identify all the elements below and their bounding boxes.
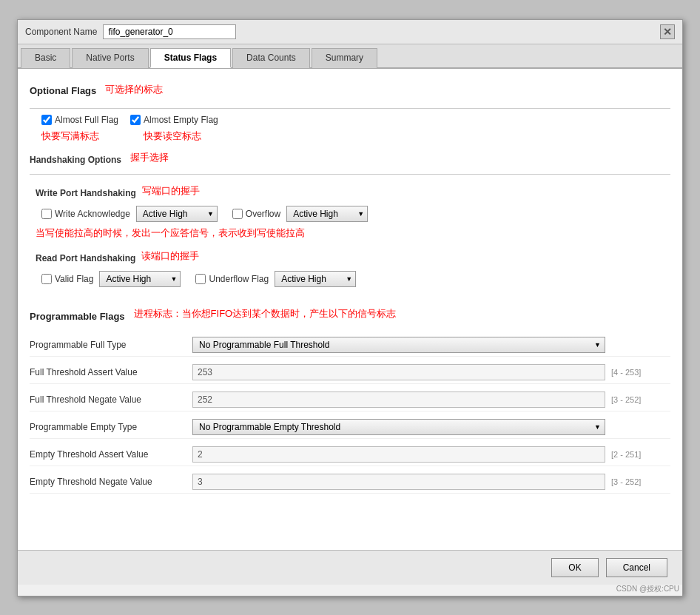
- prog-empty-type-select[interactable]: No Programmable Empty Threshold Single P…: [192, 419, 605, 435]
- write-port-annotation: 写端口的握手: [142, 184, 200, 198]
- programmable-flags-section: Programmable Flags 进程标志：当你想FIFO达到某个数据时，产…: [30, 299, 670, 494]
- empty-threshold-assert-range: [2 - 251]: [611, 450, 670, 459]
- almost-empty-flag-checkbox[interactable]: [130, 115, 141, 125]
- full-threshold-negate-row: Full Threshold Negate Value [3 - 252]: [30, 389, 670, 411]
- title-bar: Component Name ✕: [18, 20, 682, 44]
- dialog-footer: OK Cancel: [18, 550, 682, 585]
- overflow-item: Overflow: [232, 209, 280, 219]
- optional-flags-annotation: 可选择的标志: [105, 83, 163, 96]
- optional-flags-section: Optional Flags 可选择的标志 Almost Full Flag A…: [30, 78, 670, 143]
- full-threshold-negate-input[interactable]: [192, 391, 605, 408]
- valid-flag-item: Valid Flag: [41, 274, 93, 284]
- almost-full-flag-item: Almost Full Flag: [41, 115, 118, 125]
- underflow-polarity-dropdown[interactable]: Active High: [275, 271, 356, 287]
- prog-flags-annotation: 进程标志：当你想FIFO达到某个数据时，产生以下的信号标志: [134, 307, 397, 320]
- prog-empty-type-label: Programmable Empty Type: [30, 422, 192, 432]
- full-threshold-assert-range: [4 - 253]: [611, 368, 670, 377]
- prog-flags-title: Programmable Flags: [30, 311, 125, 322]
- main-dialog: Component Name ✕ Basic Native Ports Stat…: [17, 19, 683, 596]
- full-threshold-negate-range: [3 - 252]: [611, 395, 670, 404]
- full-threshold-assert-label: Full Threshold Assert Value: [30, 367, 192, 377]
- prog-empty-type-dropdown[interactable]: No Programmable Empty Threshold Single P…: [192, 419, 605, 435]
- empty-threshold-assert-input[interactable]: [192, 446, 605, 463]
- tab-summary[interactable]: Summary: [312, 48, 377, 68]
- almost-full-flag-checkbox[interactable]: [41, 115, 52, 125]
- handshaking-title: Handshaking Options: [30, 155, 121, 165]
- underflow-item: Underflow Flag: [195, 274, 269, 284]
- write-ack-label: Write Acknowledge: [55, 209, 130, 219]
- optional-flags-checkboxes: Almost Full Flag Almost Empty Flag: [41, 115, 670, 125]
- write-ack-checkbox[interactable]: [41, 209, 52, 219]
- underflow-checkbox[interactable]: [195, 274, 206, 284]
- cancel-button[interactable]: Cancel: [606, 558, 667, 577]
- watermark: CSDN @授权:CPU: [616, 584, 679, 594]
- almost-full-flag-label: Almost Full Flag: [55, 115, 118, 125]
- tab-content: Optional Flags 可选择的标志 Almost Full Flag A…: [18, 69, 682, 550]
- write-handshaking-row: Write Acknowledge Active High Overflow A…: [41, 206, 670, 222]
- valid-polarity-dropdown[interactable]: Active High: [99, 271, 181, 287]
- handshaking-annotation: 握手选择: [130, 151, 169, 164]
- full-threshold-assert-row: Full Threshold Assert Value [4 - 253]: [30, 361, 670, 384]
- empty-threshold-assert-row: Empty Threshold Assert Value [2 - 251]: [30, 443, 670, 466]
- tab-status-flags[interactable]: Status Flags: [150, 48, 231, 68]
- write-port-label: Write Port Handshaking: [36, 188, 136, 198]
- prog-full-type-row: Programmable Full Type No Programmable F…: [30, 334, 670, 357]
- overflow-polarity-dropdown[interactable]: Active High: [286, 206, 368, 222]
- empty-threshold-negate-row: Empty Threshold Negate Value [3 - 252]: [30, 471, 670, 494]
- full-threshold-negate-label: Full Threshold Negate Value: [30, 394, 192, 405]
- empty-threshold-assert-label: Empty Threshold Assert Value: [30, 449, 192, 460]
- optional-flags-title: Optional Flags: [30, 85, 96, 96]
- overflow-checkbox[interactable]: [232, 209, 243, 219]
- read-handshaking-row: Valid Flag Active High Underflow Flag Ac…: [41, 271, 670, 287]
- empty-threshold-negate-input[interactable]: [192, 474, 605, 490]
- tab-basic[interactable]: Basic: [21, 48, 70, 68]
- read-port-annotation: 读端口的握手: [141, 249, 199, 263]
- almost-empty-flag-item: Almost Empty Flag: [130, 115, 218, 125]
- prog-empty-type-row: Programmable Empty Type No Programmable …: [30, 416, 670, 439]
- tab-native-ports[interactable]: Native Ports: [72, 48, 148, 68]
- write-ack-polarity-dropdown[interactable]: Active High: [136, 206, 218, 222]
- write-ack-item: Write Acknowledge: [41, 209, 130, 219]
- empty-threshold-negate-range: [3 - 252]: [611, 477, 670, 486]
- component-name-input[interactable]: [103, 24, 236, 39]
- handshaking-section: Handshaking Options 握手选择 Write Port Hand…: [30, 147, 670, 287]
- full-threshold-assert-input[interactable]: [192, 364, 605, 380]
- overflow-label: Overflow: [246, 209, 280, 219]
- almost-full-annotation: 快要写满标志: [41, 130, 99, 143]
- almost-empty-annotation: 快要读空标志: [144, 130, 201, 143]
- component-name-label: Component Name: [25, 27, 97, 37]
- read-port-label: Read Port Handshaking: [36, 253, 135, 263]
- tab-bar: Basic Native Ports Status Flags Data Cou…: [18, 44, 682, 69]
- tab-data-counts[interactable]: Data Counts: [232, 48, 310, 68]
- empty-threshold-negate-label: Empty Threshold Negate Value: [30, 477, 192, 487]
- prog-full-type-select[interactable]: No Programmable Full Threshold Single Pr…: [192, 337, 605, 353]
- prog-full-type-label: Programmable Full Type: [30, 340, 192, 350]
- underflow-label: Underflow Flag: [209, 274, 269, 284]
- almost-empty-flag-label: Almost Empty Flag: [144, 115, 218, 125]
- valid-flag-checkbox[interactable]: [41, 274, 52, 284]
- write-ack-annotation: 当写使能拉高的时候，发出一个应答信号，表示收到写使能拉高: [36, 227, 305, 238]
- close-button[interactable]: ✕: [660, 24, 675, 39]
- prog-full-type-dropdown[interactable]: No Programmable Full Threshold Single Pr…: [192, 337, 605, 353]
- valid-flag-label: Valid Flag: [55, 274, 93, 284]
- ok-button[interactable]: OK: [551, 558, 598, 577]
